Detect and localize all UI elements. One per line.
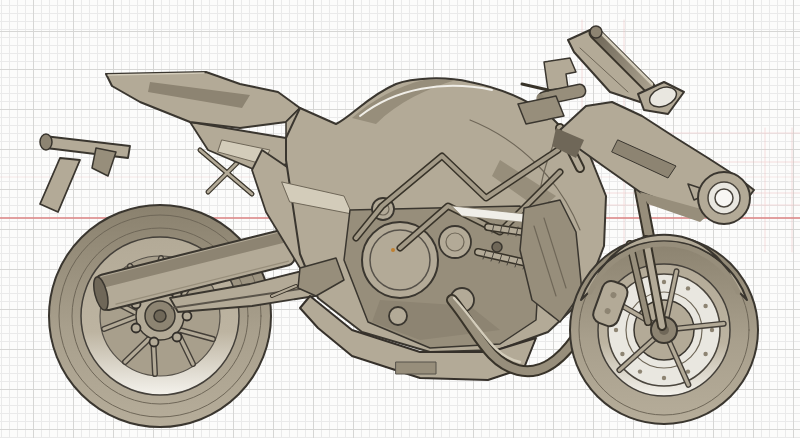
3d-viewport-canvas[interactable]: [0, 0, 800, 438]
keyring-tab[interactable]: [698, 172, 750, 224]
scene: [0, 0, 800, 438]
motorcycle-model[interactable]: [40, 26, 758, 427]
mud-flap: [40, 158, 80, 212]
license-plate-hanger[interactable]: [40, 134, 130, 212]
keyring-hole: [715, 189, 733, 207]
rear-wheel[interactable]: [49, 205, 271, 427]
